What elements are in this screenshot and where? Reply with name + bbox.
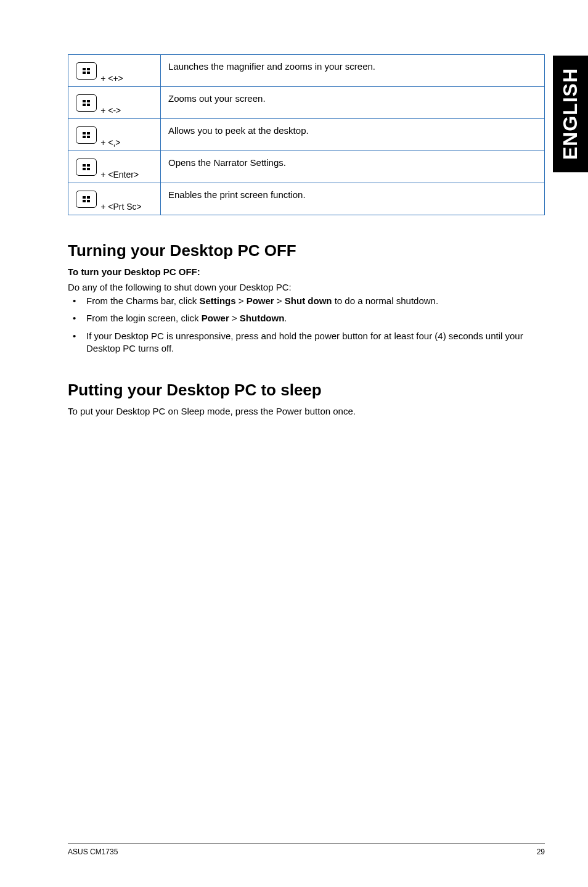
table-row: + <Prt Sc> Enables the print screen func… xyxy=(68,183,545,215)
bullet-sep: > xyxy=(236,295,247,306)
language-tab: ENGLISH xyxy=(553,56,588,172)
shortcut-desc: Opens the Narrator Settings. xyxy=(161,151,545,183)
table-row: + <Enter> Opens the Narrator Settings. xyxy=(68,151,545,183)
shortcut-desc: Enables the print screen function. xyxy=(161,183,545,215)
bullet-sep: > xyxy=(274,295,285,306)
bullet-bold: Shut down xyxy=(285,295,332,306)
section-text: To put your Desktop PC on Sleep mode, pr… xyxy=(68,406,545,416)
bullet-text: If your Desktop PC is unresponsive, pres… xyxy=(86,331,523,353)
windows-key-icon xyxy=(76,159,97,176)
bullet-bold: Power xyxy=(202,313,229,323)
windows-key-icon xyxy=(76,62,97,80)
shortcut-key-cell: + <,> xyxy=(68,119,161,151)
shortcut-desc: Zooms out your screen. xyxy=(161,87,545,119)
section-heading-sleep: Putting your Desktop PC to sleep xyxy=(68,381,545,400)
list-item: From the Charms bar, click Settings > Po… xyxy=(68,295,545,307)
bullet-bold: Shutdown xyxy=(240,313,284,323)
shortcut-key-cell: + <Enter> xyxy=(68,151,161,183)
table-row: + <-> Zooms out your screen. xyxy=(68,87,545,119)
bullet-text: From the login screen, click xyxy=(86,313,202,323)
key-suffix: + <,> xyxy=(100,138,120,147)
section-heading-off: Turning your Desktop PC OFF xyxy=(68,241,545,260)
bullet-sep: > xyxy=(229,313,240,323)
shortcut-desc: Launches the magnifier and zooms in your… xyxy=(161,55,545,87)
list-item: From the login screen, click Power > Shu… xyxy=(68,312,545,324)
bullet-text: . xyxy=(284,313,287,323)
page-content: + <+> Launches the magnifier and zooms i… xyxy=(0,0,588,416)
shortcut-key-cell: + <+> xyxy=(68,55,161,87)
shortcut-key-cell: + <-> xyxy=(68,87,161,119)
footer-left: ASUS CM1735 xyxy=(68,848,118,856)
table-row: + <,> Allows you to peek at the desktop. xyxy=(68,119,545,151)
key-suffix: + <Enter> xyxy=(100,170,139,179)
shortcut-key-cell: + <Prt Sc> xyxy=(68,183,161,215)
table-row: + <+> Launches the magnifier and zooms i… xyxy=(68,55,545,87)
footer-page-number: 29 xyxy=(537,848,545,856)
shortcut-desc: Allows you to peek at the desktop. xyxy=(161,119,545,151)
key-suffix: + <Prt Sc> xyxy=(100,202,142,212)
key-suffix: + <+> xyxy=(100,73,123,83)
bullet-text: to do a normal shutdown. xyxy=(332,295,438,306)
page-footer: ASUS CM1735 29 xyxy=(68,843,545,856)
windows-key-icon xyxy=(76,191,97,208)
section-intro: Do any of the following to shut down you… xyxy=(68,282,545,292)
bullet-list: From the Charms bar, click Settings > Po… xyxy=(68,295,545,355)
bullet-bold: Settings xyxy=(199,295,235,306)
shortcut-table: + <+> Launches the magnifier and zooms i… xyxy=(68,54,545,215)
bullet-text: From the Charms bar, click xyxy=(86,295,199,306)
key-suffix: + <-> xyxy=(100,105,121,115)
bullet-bold: Power xyxy=(247,295,274,306)
list-item: If your Desktop PC is unresponsive, pres… xyxy=(68,330,545,355)
windows-key-icon xyxy=(76,126,97,144)
windows-key-icon xyxy=(76,94,97,112)
section-subheading: To turn your Desktop PC OFF: xyxy=(68,266,545,277)
